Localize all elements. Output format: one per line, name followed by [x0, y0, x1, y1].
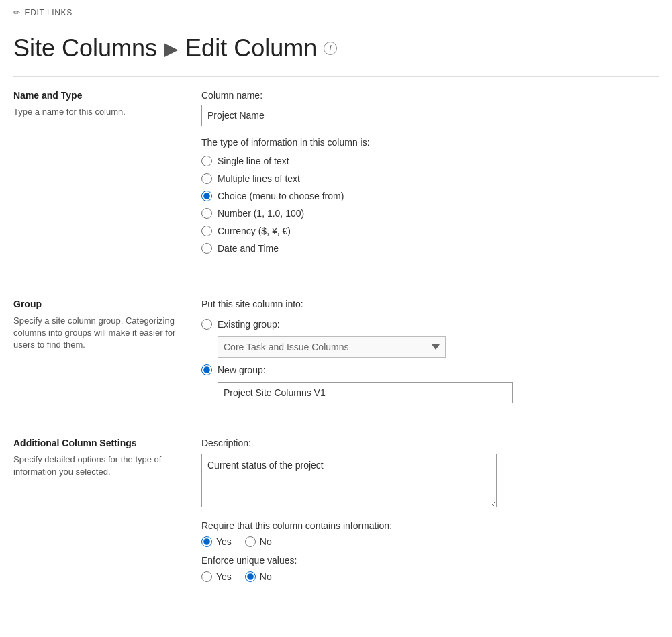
description-field-label: Description: [201, 438, 659, 448]
breadcrumb-arrow: ▶ [164, 38, 179, 60]
additional-heading: Additional Column Settings [13, 438, 181, 448]
type-single-radio[interactable] [201, 156, 212, 166]
enforce-no-radio[interactable] [245, 571, 256, 582]
existing-group-radio-item: Existing group: [201, 319, 659, 330]
additional-content: Description: Current status of the proje… [201, 438, 659, 590]
main-content: Name and Type Type a name for this colum… [0, 76, 672, 590]
enforce-no-item[interactable]: No [245, 571, 272, 582]
enforce-no-label: No [260, 571, 272, 582]
column-name-input[interactable] [201, 105, 416, 126]
type-single-label: Single line of text [218, 156, 289, 166]
name-type-section: Name and Type Type a name for this colum… [13, 76, 659, 264]
type-choice[interactable]: Choice (menu to choose from) [201, 191, 659, 201]
type-multiple-radio[interactable] [201, 173, 212, 184]
name-type-label-area: Name and Type Type a name for this colum… [13, 90, 201, 264]
new-group-input[interactable] [218, 382, 513, 403]
existing-group-label: Existing group: [218, 319, 280, 330]
type-datetime[interactable]: Date and Time [201, 243, 659, 254]
enforce-yes-label: Yes [216, 571, 232, 582]
type-number-radio[interactable] [201, 208, 212, 219]
existing-group-radio[interactable] [201, 319, 212, 330]
require-yes-item[interactable]: Yes [201, 536, 232, 547]
column-name-group: Column name: [201, 90, 659, 126]
type-datetime-label: Date and Time [218, 243, 279, 254]
group-label-area: Group Specify a site column group. Categ… [13, 299, 201, 403]
additional-description: Specify detailed options for the type of… [13, 454, 181, 478]
type-heading-label: The type of information in this column i… [201, 137, 659, 148]
page-title-area: Site Columns ▶ Edit Column i [0, 23, 672, 76]
type-number[interactable]: Number (1, 1.0, 100) [201, 208, 659, 219]
additional-label-area: Additional Column Settings Specify detai… [13, 438, 201, 590]
edit-column-title: Edit Column [185, 34, 317, 62]
new-group-radio[interactable] [201, 364, 212, 375]
additional-section: Additional Column Settings Specify detai… [13, 424, 659, 590]
group-description: Specify a site column group. Categorizin… [13, 315, 181, 352]
group-heading: Group [13, 299, 181, 309]
enforce-label: Enforce unique values: [201, 555, 659, 566]
edit-links-bar[interactable]: ✏ EDIT LINKS [13, 8, 659, 17]
group-content: Put this site column into: Existing grou… [201, 299, 659, 403]
type-currency-label: Currency ($, ¥, €) [218, 226, 291, 236]
type-choice-radio[interactable] [201, 191, 212, 201]
type-multiple-lines[interactable]: Multiple lines of text [201, 173, 659, 184]
require-label: Require that this column contains inform… [201, 520, 659, 531]
pencil-icon: ✏ [13, 8, 21, 17]
type-group: The type of information in this column i… [201, 137, 659, 254]
require-no-label: No [260, 536, 272, 547]
type-number-label: Number (1, 1.0, 100) [218, 208, 304, 219]
require-yes-radio[interactable] [201, 536, 212, 547]
name-type-content: Column name: The type of information in … [201, 90, 659, 264]
require-no-radio[interactable] [245, 536, 256, 547]
existing-group-dropdown-container: Core Task and Issue Columns Base Columns… [218, 336, 659, 358]
type-currency[interactable]: Currency ($, ¥, €) [201, 226, 659, 236]
type-currency-radio[interactable] [201, 226, 212, 236]
name-type-heading: Name and Type [13, 90, 181, 101]
new-group-radio-item: New group: [201, 364, 659, 375]
type-radio-group: Single line of text Multiple lines of te… [201, 156, 659, 254]
group-section: Group Specify a site column group. Categ… [13, 285, 659, 403]
enforce-yes-radio[interactable] [201, 571, 212, 582]
edit-links-label: EDIT LINKS [25, 8, 73, 17]
name-type-description: Type a name for this column. [13, 106, 181, 118]
require-no-item[interactable]: No [245, 536, 272, 547]
info-icon[interactable]: i [324, 42, 337, 55]
enforce-radio-group: Yes No [201, 571, 659, 582]
type-datetime-radio[interactable] [201, 243, 212, 254]
type-choice-label: Choice (menu to choose from) [218, 191, 344, 201]
type-single-line[interactable]: Single line of text [201, 156, 659, 166]
site-columns-title: Site Columns [13, 34, 157, 62]
new-group-label: New group: [218, 364, 266, 375]
column-name-label: Column name: [201, 90, 659, 101]
enforce-yes-item[interactable]: Yes [201, 571, 232, 582]
type-multiple-label: Multiple lines of text [218, 173, 300, 184]
require-radio-group: Yes No [201, 536, 659, 547]
existing-group-dropdown[interactable]: Core Task and Issue Columns Base Columns… [218, 336, 446, 358]
require-yes-label: Yes [216, 536, 232, 547]
put-into-label: Put this site column into: [201, 299, 659, 309]
description-textarea[interactable]: Current status of the project [201, 454, 497, 507]
